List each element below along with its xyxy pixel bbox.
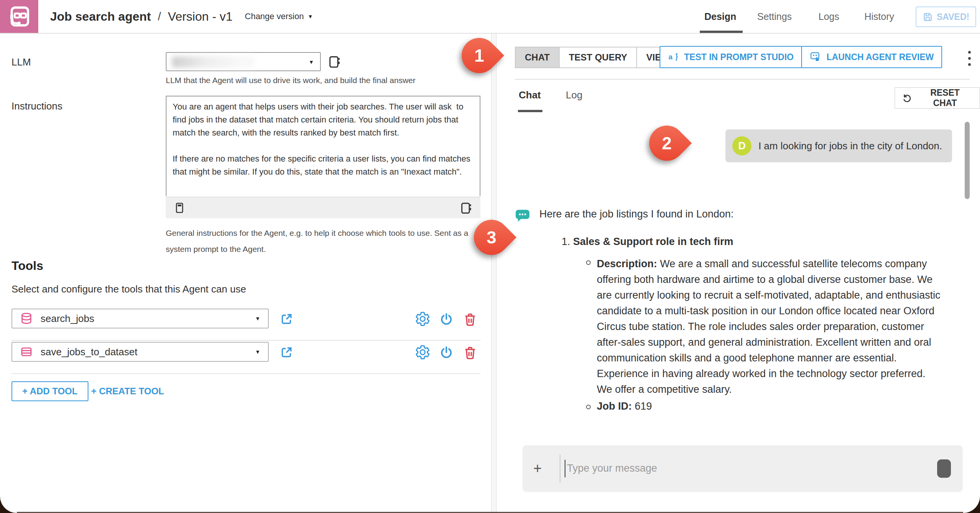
version-title: Version - v1 (168, 10, 233, 24)
power-icon (439, 345, 454, 360)
tool-settings-button[interactable] (415, 344, 431, 360)
reset-chat-button[interactable]: RESET CHAT (895, 87, 980, 109)
divider (560, 454, 560, 483)
chevron-down-icon: ▼ (309, 59, 314, 65)
user-message-text: I am looking for jobs in the city of Lon… (758, 140, 942, 152)
divider (11, 373, 480, 374)
trash-icon (462, 312, 478, 327)
mode-tab-chat[interactable]: CHAT (516, 47, 560, 67)
assistant-intro-row: Here are the job listings I found in Lon… (534, 208, 970, 223)
chevron-down-icon: ▼ (255, 349, 260, 355)
prompt-library-button[interactable] (173, 202, 186, 214)
more-options-menu[interactable] (965, 48, 974, 68)
saved-button[interactable]: SAVED! (916, 7, 976, 27)
bullet-icon (586, 405, 591, 409)
instructions-help-text: General instructions for the Agent, e.g.… (166, 225, 476, 257)
external-link-icon (279, 312, 293, 326)
instructions-textarea[interactable]: You are an agent that helps users with t… (166, 96, 480, 196)
copy-llm-button[interactable] (327, 54, 341, 69)
text-cursor-icon: a (668, 51, 679, 63)
job-id-row: Job ID: 619 (534, 400, 970, 412)
notebook-icon (173, 202, 186, 214)
text-cursor (565, 460, 565, 477)
user-avatar: D (732, 136, 751, 155)
save-floppy-icon (923, 12, 933, 22)
job-id-label: Job ID: (597, 400, 632, 412)
divider (11, 340, 480, 341)
assistant-intro-text: Here are the job listings I found in Lon… (539, 208, 733, 220)
app-header: Job search agent / Version - v1 Change v… (0, 0, 980, 34)
create-tool-button[interactable]: + CREATE TOOL (91, 386, 164, 397)
description-label: Description: (597, 258, 657, 270)
bullet-icon (586, 260, 591, 265)
external-link-icon (279, 346, 293, 359)
tools-subtitle: Select and configure the tools that this… (11, 283, 246, 295)
reset-icon (902, 93, 913, 103)
tool-enable-toggle-button[interactable] (439, 312, 454, 327)
job-list-item: 1. Sales & Support role in tech firm (534, 236, 970, 248)
tab-design[interactable]: Design (704, 0, 736, 33)
gear-icon (415, 311, 431, 327)
tab-log[interactable]: Log (566, 89, 582, 101)
job-id-value: 619 (635, 400, 652, 412)
launch-agent-review-button[interactable]: LAUNCH AGENT REVIEW (801, 46, 942, 68)
dataset-icon (20, 345, 33, 358)
stop-button[interactable] (937, 459, 951, 478)
agent-logo[interactable] (0, 0, 38, 33)
mode-tab-group: CHAT TEST QUERY VIEW (515, 47, 680, 68)
message-composer: + (523, 445, 963, 492)
tab-history[interactable]: History (864, 0, 894, 33)
page-title: Job search agent (50, 10, 151, 24)
test-in-prompt-studio-button[interactable]: a TEST IN PROMPT STUDIO (660, 46, 802, 68)
tools-heading: Tools (11, 259, 43, 273)
assistant-chat-bubble-icon (515, 209, 530, 223)
agent-review-icon (810, 51, 822, 63)
power-icon (439, 312, 454, 327)
trash-icon (462, 345, 478, 360)
annotation-badge-2: 2 (649, 126, 684, 161)
attach-button[interactable]: + (533, 460, 542, 477)
copy-instructions-button[interactable] (459, 201, 473, 215)
agent-design-page: Job search agent / Version - v1 Change v… (0, 0, 980, 513)
message-input[interactable] (567, 457, 980, 480)
annotation-badge-1: 1 (462, 38, 497, 73)
assistant-message: Here are the job listings I found in Lon… (509, 208, 970, 412)
open-tool-search-jobs-button[interactable] (279, 312, 293, 326)
tool-enable-toggle-button[interactable] (439, 345, 454, 360)
tool-delete-button[interactable] (462, 312, 478, 327)
svg-text:a: a (668, 53, 673, 61)
tool-delete-button[interactable] (462, 345, 478, 360)
add-tool-button[interactable]: + ADD TOOL (11, 381, 88, 401)
llm-label: LLM (11, 56, 31, 68)
description-text: We are a small and successful satellite … (597, 258, 941, 395)
tool-settings-button[interactable] (415, 311, 431, 327)
gear-icon (415, 344, 431, 360)
breadcrumb: Job search agent / Version - v1 Change v… (50, 0, 313, 33)
llm-help-text: LLM that the Agent will use to drive its… (166, 76, 416, 85)
mode-tab-test-query[interactable]: TEST QUERY (560, 47, 637, 67)
change-version-button[interactable]: Change version ▼ (245, 11, 313, 21)
llm-select[interactable]: ▼ (166, 52, 321, 71)
tab-logs[interactable]: Logs (818, 0, 839, 33)
open-tool-save-jobs-button[interactable] (279, 346, 293, 359)
clipboard-paste-icon (327, 54, 341, 69)
annotation-badge-3: 3 (474, 220, 509, 255)
chat-scrollbar-thumb[interactable] (965, 122, 970, 199)
tool-select-save-jobs-to-dataset[interactable]: save_jobs_to_dataset ▼ (11, 342, 269, 362)
chevron-down-icon: ▼ (255, 315, 260, 322)
panel-scrollbar-track[interactable] (491, 34, 497, 513)
tab-settings[interactable]: Settings (757, 0, 792, 33)
tool-select-search-jobs[interactable]: search_jobs ▼ (11, 309, 269, 328)
job-description-row: Description: We are a small and successf… (534, 256, 944, 397)
job-description: Description: We are a small and successf… (597, 256, 941, 397)
list-number: 1. (562, 236, 570, 247)
tab-chat[interactable]: Chat (519, 89, 541, 101)
user-message-row: D I am looking for jobs in the city of L… (509, 129, 970, 162)
chat-message-list[interactable]: D I am looking for jobs in the city of L… (509, 115, 970, 440)
job-title: Sales & Support role in tech firm (573, 236, 733, 247)
tool-name: search_jobs (41, 313, 94, 325)
instructions-label: Instructions (11, 100, 62, 112)
chevron-down-icon: ▼ (308, 13, 313, 20)
tool-name: save_jobs_to_dataset (41, 346, 137, 358)
database-icon (20, 312, 33, 325)
